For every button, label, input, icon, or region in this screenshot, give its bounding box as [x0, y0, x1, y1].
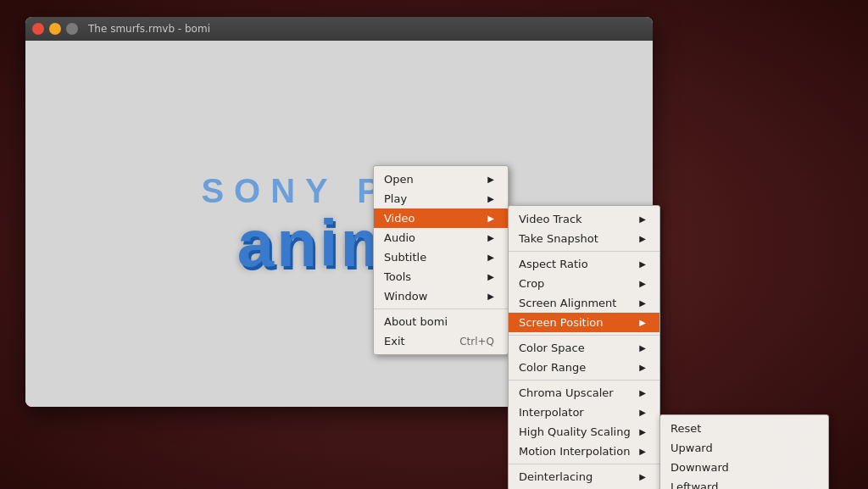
arrow-icon: ▶ [487, 233, 494, 242]
menu-item-leftward[interactable]: Leftward Shift+A [660, 477, 828, 489]
arrow-icon: ▶ [487, 214, 494, 223]
menu-item-motion-interpolation[interactable]: Motion Interpolation ▶ [509, 442, 659, 461]
separator [509, 464, 659, 464]
arrow-icon: ▶ [487, 194, 494, 203]
arrow-icon: ▶ [639, 408, 646, 417]
main-menu: Open ▶ Play ▶ Video ▶ Video Track ▶ Take… [373, 165, 509, 355]
menu-item-play[interactable]: Play ▶ [374, 189, 508, 208]
maximize-button[interactable] [66, 23, 78, 35]
menu-item-subtitle[interactable]: Subtitle ▶ [374, 247, 508, 267]
menu-item-audio[interactable]: Audio ▶ [374, 228, 508, 247]
arrow-icon: ▶ [487, 272, 494, 281]
menu-item-color-space[interactable]: Color Space ▶ [509, 338, 659, 358]
arrow-icon: ▶ [639, 447, 646, 456]
menu-item-aspect-ratio[interactable]: Aspect Ratio ▶ [509, 254, 659, 274]
menu-item-take-snapshot[interactable]: Take Snapshot ▶ [509, 229, 659, 248]
arrow-icon: ▶ [639, 343, 646, 353]
menu-item-chroma-upscaler[interactable]: Chroma Upscaler ▶ [509, 383, 659, 403]
menu-item-downward[interactable]: Downward Shift+S [660, 458, 828, 477]
menu-item-high-quality-scaling[interactable]: High Quality Scaling ▶ [509, 422, 659, 442]
window-title: The smurfs.rmvb - bomi [88, 23, 210, 35]
arrow-icon: ▶ [639, 427, 646, 436]
menu-item-crop[interactable]: Crop ▶ [509, 274, 659, 293]
menu-item-color-range[interactable]: Color Range ▶ [509, 358, 659, 377]
menu-item-about[interactable]: About bomi [374, 312, 508, 331]
video-submenu: Video Track ▶ Take Snapshot ▶ Aspect Rat… [508, 205, 660, 489]
menu-item-video[interactable]: Video ▶ Video Track ▶ Take Snapshot ▶ As… [374, 208, 508, 228]
separator [374, 308, 508, 309]
menu-item-reset[interactable]: Reset Shift+X [660, 419, 828, 438]
menu-item-window[interactable]: Window ▶ [374, 286, 508, 306]
separator [509, 335, 659, 336]
arrow-icon: ▶ [639, 279, 646, 288]
menu-item-open[interactable]: Open ▶ [374, 169, 508, 189]
menu-item-video-track[interactable]: Video Track ▶ [509, 209, 659, 229]
minimize-button[interactable] [49, 23, 61, 35]
arrow-icon: ▶ [639, 318, 646, 327]
separator [509, 251, 659, 252]
screen-position-submenu: Reset Shift+X Upward Shift+W Downward Sh… [659, 414, 829, 489]
menu-item-exit[interactable]: Exit Ctrl+Q [374, 331, 508, 351]
arrow-icon: ▶ [639, 472, 646, 481]
arrow-icon: ▶ [487, 292, 494, 301]
arrow-icon: ▶ [639, 259, 646, 269]
separator [509, 380, 659, 381]
arrow-icon: ▶ [639, 388, 646, 397]
arrow-icon: ▶ [639, 298, 646, 308]
menu-item-screen-alignment[interactable]: Screen Alignment ▶ [509, 293, 659, 313]
menu-item-screen-position[interactable]: Screen Position ▶ Reset Shift+X Upward S… [509, 313, 659, 332]
arrow-icon: ▶ [639, 234, 646, 243]
menu-item-deinterlacing[interactable]: Deinterlacing ▶ [509, 467, 659, 486]
arrow-icon: ▶ [639, 214, 646, 224]
arrow-icon: ▶ [487, 175, 494, 184]
arrow-icon: ▶ [639, 363, 646, 372]
arrow-icon: ▶ [487, 253, 494, 262]
menu-item-upward[interactable]: Upward Shift+W [660, 438, 828, 458]
context-menu: Open ▶ Play ▶ Video ▶ Video Track ▶ Take… [373, 165, 509, 355]
close-button[interactable] [32, 23, 44, 35]
menu-item-interpolator[interactable]: Interpolator ▶ [509, 403, 659, 422]
titlebar: The smurfs.rmvb - bomi [25, 17, 653, 41]
menu-item-tools[interactable]: Tools ▶ [374, 267, 508, 286]
